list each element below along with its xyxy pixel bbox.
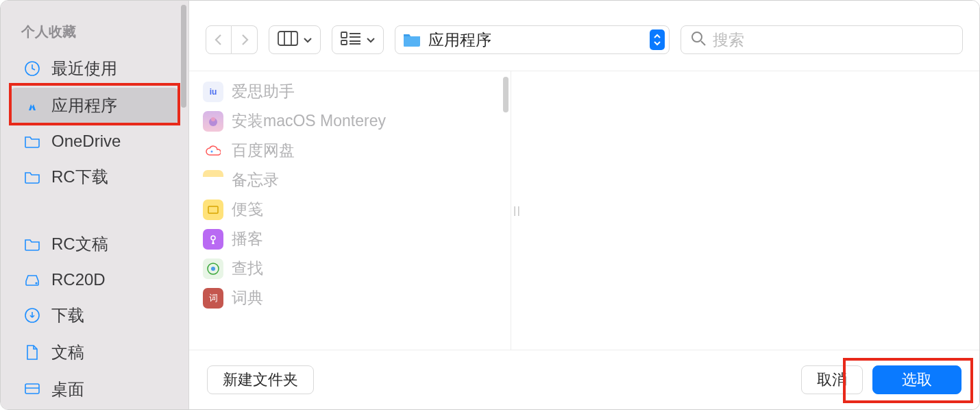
sidebar-item-label: RC20D — [51, 270, 106, 289]
select-button[interactable]: 选取 — [872, 365, 961, 394]
svg-point-17 — [211, 150, 213, 152]
svg-point-16 — [211, 117, 215, 121]
search-field[interactable] — [681, 25, 964, 54]
app-icon — [203, 258, 223, 279]
sidebar-item-label: 文稿 — [51, 341, 84, 363]
sidebar-item-label: 桌面 — [51, 378, 84, 400]
download-icon — [23, 306, 42, 325]
folder-icon — [23, 132, 42, 151]
file-item[interactable]: 查找 — [189, 254, 511, 283]
file-label: 爱思助手 — [232, 81, 295, 102]
svg-point-13 — [692, 32, 702, 42]
sidebar-item-downloads[interactable]: 下载 — [10, 298, 179, 333]
svg-line-14 — [701, 41, 705, 45]
file-item[interactable]: 词 词典 — [189, 283, 511, 313]
group-by-button[interactable] — [332, 25, 384, 54]
chevron-down-icon — [367, 34, 375, 46]
svg-rect-3 — [25, 384, 39, 394]
location-dropdown[interactable]: 应用程序 — [395, 25, 670, 54]
file-column-1: iu 爱思助手 安装macOS Monterey 百度网盘 — [189, 71, 511, 350]
file-label: 词典 — [232, 287, 263, 309]
apps-icon — [23, 96, 42, 115]
sidebar-item-label: 下载 — [51, 304, 84, 326]
app-icon: iu — [203, 82, 223, 102]
sidebar-item-recents[interactable]: 最近使用 — [10, 51, 179, 86]
cancel-button[interactable]: 取消 — [801, 365, 863, 394]
app-icon — [203, 111, 223, 132]
sidebar-item-onedrive[interactable]: OneDrive — [10, 125, 179, 158]
nav-group — [206, 25, 258, 54]
nav-forward-button[interactable] — [232, 25, 258, 54]
sidebar-item-rc-downloads[interactable]: RC下载 — [10, 159, 179, 195]
app-icon — [203, 141, 223, 161]
main-panel: 应用程序 iu 爱思助手 — [189, 1, 979, 409]
footer: 新建文件夹 取消 选取 — [189, 350, 979, 409]
clock-icon — [23, 59, 42, 78]
nav-back-button[interactable] — [206, 25, 232, 54]
document-icon — [23, 343, 42, 362]
file-label: 便笺 — [232, 199, 263, 220]
svg-rect-4 — [278, 32, 297, 45]
chevron-down-icon — [304, 34, 312, 46]
desktop-icon — [23, 380, 42, 399]
columns-browser: iu 爱思助手 安装macOS Monterey 百度网盘 — [189, 71, 979, 350]
toolbar: 应用程序 — [189, 1, 979, 71]
resize-grip-icon: || — [513, 205, 521, 216]
file-label: 安装macOS Monterey — [232, 110, 386, 132]
file-item[interactable]: 百度网盘 — [189, 136, 511, 165]
file-label: 查找 — [232, 258, 263, 279]
svg-rect-7 — [341, 32, 347, 38]
columns-view-icon — [278, 31, 298, 49]
column-scrollbar[interactable] — [503, 77, 509, 112]
app-icon: 词 — [203, 288, 223, 309]
folder-icon — [23, 167, 42, 186]
file-item[interactable]: 播客 — [189, 224, 511, 254]
file-label: 备忘录 — [232, 169, 279, 191]
file-label: 播客 — [232, 228, 263, 250]
sidebar-scrollbar[interactable] — [181, 5, 186, 108]
sidebar-item-rc20d[interactable]: RC20D — [10, 263, 179, 296]
sidebar-item-label: 最近使用 — [51, 58, 117, 80]
file-item[interactable]: iu 爱思助手 — [189, 77, 511, 106]
view-mode-button[interactable] — [269, 25, 321, 54]
svg-point-1 — [36, 282, 37, 284]
dropdown-stepper-icon — [650, 29, 665, 50]
folder-apps-icon — [402, 32, 421, 48]
svg-point-21 — [211, 267, 215, 271]
sidebar-item-rc-docs[interactable]: RC文稿 — [10, 226, 179, 262]
sidebar-item-label: OneDrive — [51, 132, 121, 151]
search-input[interactable] — [713, 31, 953, 49]
sidebar-item-documents[interactable]: 文稿 — [10, 335, 179, 370]
sidebar-item-label: 应用程序 — [51, 95, 117, 117]
sidebar: 个人收藏 最近使用 应用程序 OneDrive RC下载 — [1, 1, 189, 409]
search-icon — [691, 31, 706, 49]
folder-icon — [23, 234, 42, 254]
app-icon — [203, 170, 223, 191]
file-item[interactable]: 便笺 — [189, 195, 511, 224]
file-picker-window: 个人收藏 最近使用 应用程序 OneDrive RC下载 — [0, 0, 980, 410]
sidebar-item-label: RC下载 — [51, 166, 108, 188]
sidebar-section-favorites: 个人收藏 — [1, 23, 188, 49]
app-icon — [203, 229, 223, 250]
svg-rect-8 — [341, 40, 347, 45]
file-item[interactable]: 安装macOS Monterey — [189, 106, 511, 136]
new-folder-button[interactable]: 新建文件夹 — [207, 365, 314, 394]
file-item[interactable]: 备忘录 — [189, 165, 511, 195]
file-column-2 — [524, 71, 979, 350]
sidebar-item-label: RC文稿 — [51, 233, 108, 255]
file-label: 百度网盘 — [232, 140, 295, 161]
group-icon — [341, 31, 361, 49]
column-resize-handle[interactable]: || — [511, 71, 524, 350]
location-label: 应用程序 — [428, 29, 650, 51]
svg-rect-18 — [208, 206, 218, 213]
sidebar-item-applications[interactable]: 应用程序 — [10, 88, 179, 123]
disk-icon — [23, 270, 42, 289]
app-icon — [203, 200, 223, 220]
sidebar-item-desktop[interactable]: 桌面 — [10, 372, 179, 407]
